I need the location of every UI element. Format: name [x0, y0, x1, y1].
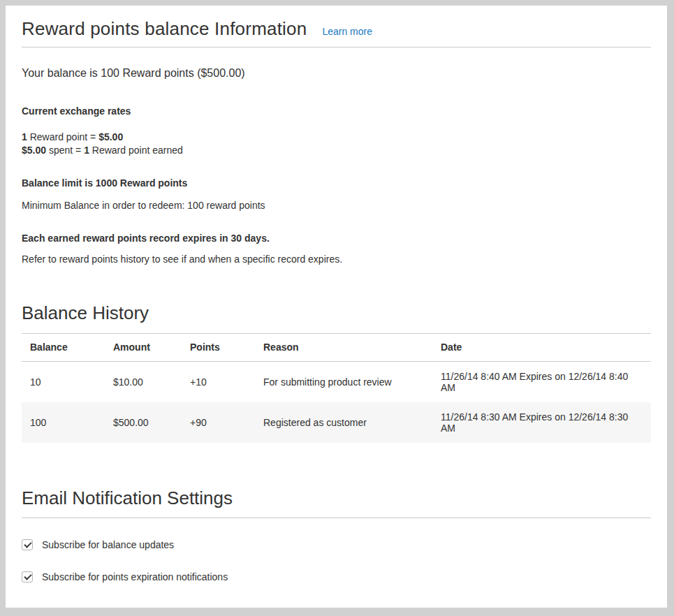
col-header-date: Date	[432, 334, 651, 362]
expiration-notifications-label[interactable]: Subscribe for points expiration notifica…	[42, 571, 228, 582]
balance-history-table: Balance Amount Points Reason Date 10 $10…	[22, 333, 651, 443]
cell-amount: $500.00	[105, 402, 182, 443]
expiry-note-text: Refer to reward points history to see if…	[22, 254, 651, 265]
exchange-rate-line-2: $5.00 spent = 1 Reward point earned	[22, 144, 651, 157]
table-row: 100 $500.00 +90 Registered as customer 1…	[22, 402, 651, 443]
reward-points-page: Reward points balance Information Learn …	[6, 6, 667, 608]
cell-balance: 100	[22, 402, 105, 443]
page-header: Reward points balance Information Learn …	[22, 6, 651, 47]
col-header-balance: Balance	[22, 334, 105, 362]
rate1-text: Reward point =	[27, 131, 98, 142]
cell-reason: For submitting product review	[255, 362, 432, 403]
col-header-reason: Reason	[255, 334, 432, 362]
cell-balance: 10	[22, 362, 105, 403]
balance-updates-option: Subscribe for balance updates	[22, 539, 651, 550]
rate2-suffix: Reward point earned	[89, 145, 183, 156]
rate1-value: $5.00	[98, 131, 123, 142]
balance-updates-label[interactable]: Subscribe for balance updates	[42, 539, 174, 550]
cell-points: +90	[182, 402, 255, 443]
learn-more-link[interactable]: Learn more	[322, 26, 372, 37]
col-header-points: Points	[182, 334, 255, 362]
expiry-rule-text: Each earned reward points record expires…	[22, 233, 651, 244]
expiration-notifications-option: Subscribe for points expiration notifica…	[22, 571, 651, 582]
rate1-points: 1	[22, 131, 27, 142]
balance-history-heading: Balance History	[22, 302, 651, 324]
table-header-row: Balance Amount Points Reason Date	[22, 334, 651, 362]
min-balance-text: Minimum Balance in order to redeem: 100 …	[22, 200, 651, 211]
balance-limit-text: Balance limit is 1000 Reward points	[22, 177, 651, 189]
rate2-text: spent =	[46, 145, 84, 156]
balance-updates-checkbox[interactable]	[22, 539, 33, 550]
balance-message: Your balance is 100 Reward points ($500.…	[22, 67, 651, 80]
cell-points: +10	[182, 362, 255, 403]
cell-reason: Registered as customer	[255, 402, 432, 443]
cell-date: 11/26/14 8:30 AM Expires on 12/26/14 8:3…	[432, 402, 651, 443]
exchange-rates-lines: 1 Reward point = $5.00 $5.00 spent = 1 R…	[22, 131, 651, 157]
rate2-points: 1	[84, 145, 89, 156]
table-row: 10 $10.00 +10 For submitting product rev…	[22, 362, 651, 403]
rate2-value: $5.00	[22, 145, 46, 156]
exchange-rate-line-1: 1 Reward point = $5.00	[22, 131, 651, 144]
cell-date: 11/26/14 8:40 AM Expires on 12/26/14 8:4…	[432, 362, 651, 403]
email-notification-header: Email Notification Settings	[22, 487, 651, 518]
exchange-rates-heading: Current exchange rates	[22, 105, 651, 117]
cell-amount: $10.00	[105, 362, 182, 403]
expiration-notifications-checkbox[interactable]	[22, 571, 33, 582]
email-notification-heading: Email Notification Settings	[22, 487, 651, 509]
page-title: Reward points balance Information	[22, 18, 307, 40]
col-header-amount: Amount	[105, 334, 182, 362]
